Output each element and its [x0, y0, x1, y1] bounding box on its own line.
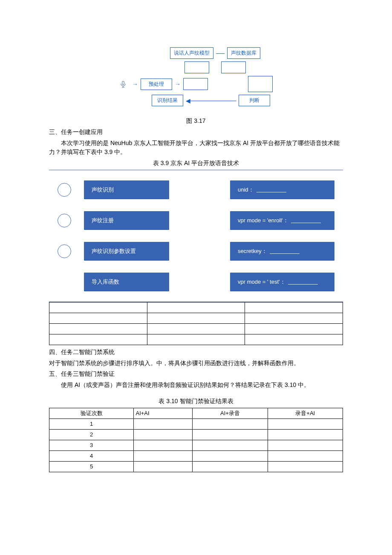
row-number: 1 [49, 418, 134, 429]
table-3-10: 验证次数AI+AIAI+录音录音+AI 12345 [49, 408, 343, 472]
blue-card-right: unid： [230, 180, 334, 199]
microphone-icon [119, 80, 127, 88]
bluezone-row: 导入库函数vpr mode = ' test'： [58, 273, 334, 291]
table-cell [193, 461, 268, 472]
flow-diagram: 说话人声纹模型 ── 声纹数据库 → 预处理 → 识别结果 ◀─────────… [117, 41, 275, 113]
blue-card-left: 声纹识别参数设置 [84, 242, 169, 261]
blue-card-right: vpr mode = ' test'： [230, 273, 334, 291]
table-3-10-caption: 表 3.10 智能门禁验证结果表 [49, 397, 343, 406]
blue-card-right: vpr mode = 'enroll'： [230, 211, 334, 230]
table-row: 3 [49, 440, 343, 450]
diagram-box-empty [221, 61, 246, 73]
figure-caption: 图 3.17 [49, 116, 343, 126]
table-row: 4 [49, 450, 343, 461]
table-row: 2 [49, 429, 343, 440]
arrow-left-icon: ◀──────────── [183, 97, 238, 104]
table-cell [193, 429, 268, 440]
bluezone-row: 声纹注册vpr mode = 'enroll'： [58, 211, 334, 230]
diagram-box-judge: 判断 [239, 95, 270, 106]
table-header: 录音+AI [268, 408, 343, 418]
table-cell [268, 429, 343, 440]
row-number: 5 [49, 461, 134, 472]
bluezone-row: 声纹识别unid： [58, 180, 334, 199]
table-cell [268, 450, 343, 461]
diagram-box-db: 声纹数据库 [227, 47, 260, 59]
table-cell [134, 418, 193, 429]
connector [209, 64, 216, 71]
section-3-para: 本次学习使用的是 NeuHub 京东人工智能开放平台，大家找一找京东 AI 开放… [49, 139, 343, 157]
table-cell [193, 418, 268, 429]
table-cell [268, 461, 343, 472]
row-number: 3 [49, 440, 134, 450]
bluezone-row: 声纹识别参数设置secretkey： [58, 242, 334, 261]
table-cell [134, 440, 193, 450]
diagram-box-result: 识别结果 [152, 95, 183, 106]
table-header: AI+AI [134, 408, 193, 418]
table-cell [193, 440, 268, 450]
diagram-box-empty [184, 61, 209, 73]
table-header: 验证次数 [49, 408, 134, 418]
blank-table [49, 302, 343, 345]
blue-card-left: 导入库函数 [84, 273, 169, 291]
table-3-9-caption: 表 3.9 京东 AI 平台开放语音技术 [49, 159, 343, 168]
row-number: 2 [49, 429, 134, 440]
blue-card-left: 声纹注册 [84, 211, 169, 230]
blue-card-zone: 声纹识别unid：声纹注册vpr mode = 'enroll'：声纹识别参数设… [49, 170, 343, 302]
diagram-box-empty [183, 78, 208, 90]
section-5-heading: 五、任务三智能门禁验证 [49, 370, 343, 378]
table-cell [193, 450, 268, 461]
arrow-right-icon: → [130, 81, 141, 87]
table-cell [134, 461, 193, 472]
blue-card-left: 声纹识别 [84, 180, 169, 199]
table-row: 5 [49, 461, 343, 472]
section-4-para: 对于智能门禁系统的步骤进行排序填入。中，将具体步骤引用函数进行连线，并解释函数作… [49, 359, 343, 368]
diagram-box-model: 说话人声纹模型 [170, 47, 213, 59]
section-5-para: 使用 AI（或变声器）声音注册和使用录制音频验证识别结果如何？将结果记录在下表 … [49, 381, 343, 390]
table-header: AI+录音 [193, 408, 268, 418]
table-cell [134, 429, 193, 440]
row-number: 4 [49, 450, 134, 461]
step-circle [58, 214, 71, 227]
step-circle [58, 244, 71, 258]
diagram-box-empty [248, 76, 273, 92]
svg-rect-0 [122, 81, 124, 84]
table-row: 1 [49, 418, 343, 429]
step-circle [58, 183, 71, 197]
section-4-heading: 四、任务二智能门禁系统 [49, 349, 343, 356]
connector: ── [213, 50, 227, 57]
arrow-right-icon: → [172, 81, 183, 87]
blue-card-right: secretkey： [230, 242, 334, 261]
section-3-heading: 三、任务一创建应用 [49, 128, 343, 136]
table-cell [134, 450, 193, 461]
diagram-box-preprocess: 预处理 [141, 78, 172, 90]
table-cell [268, 418, 343, 429]
table-cell [268, 440, 343, 450]
